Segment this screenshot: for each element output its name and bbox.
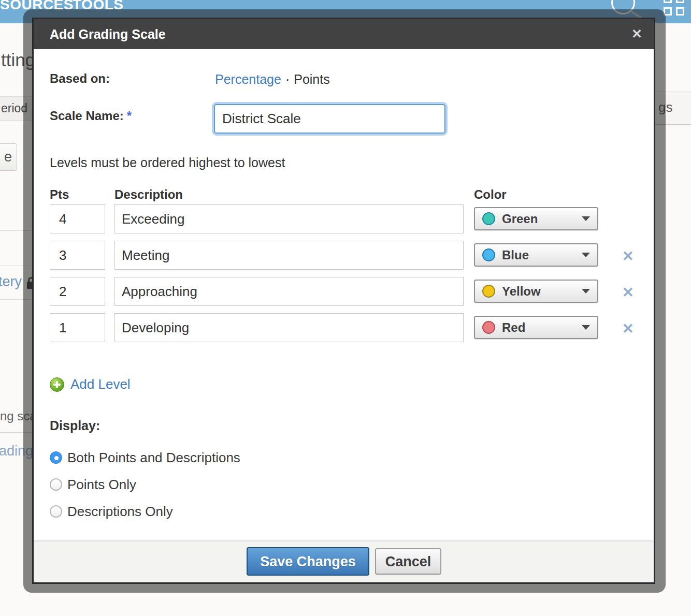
radio-unselected-icon[interactable] xyxy=(50,478,62,491)
based-on-percentage-link[interactable]: Percentage xyxy=(215,72,281,86)
description-input[interactable] xyxy=(114,204,464,233)
color-swatch-green xyxy=(482,212,495,225)
color-dropdown-value: Red xyxy=(502,320,575,335)
add-plus-icon xyxy=(50,377,64,392)
dialog-footer: Save Changes Cancel xyxy=(34,540,654,582)
chevron-down-icon xyxy=(582,253,590,257)
color-dropdown-value: Blue xyxy=(502,248,575,262)
add-level-label: Add Level xyxy=(70,376,131,392)
color-dropdown[interactable]: Red xyxy=(474,316,598,339)
radio-unselected-icon[interactable] xyxy=(50,505,62,518)
radio-points-only[interactable]: Points Only xyxy=(50,475,136,494)
chevron-down-icon xyxy=(582,289,590,294)
apps-grid-icon[interactable] xyxy=(664,0,684,16)
color-dropdown-value: Green xyxy=(502,212,575,226)
remove-level-icon[interactable]: ✕ xyxy=(622,284,634,301)
radio-both-points-descriptions[interactable]: Both Points and Descriptions xyxy=(50,448,240,467)
mastery-link-fragment[interactable]: tery xyxy=(0,274,22,290)
color-dropdown[interactable]: Green xyxy=(474,207,598,230)
radio-label: Both Points and Descriptions xyxy=(67,450,240,466)
scale-name-label: Scale Name:* xyxy=(50,109,132,123)
color-header: Color xyxy=(474,187,507,202)
chevron-down-icon xyxy=(582,216,590,221)
required-asterisk: * xyxy=(127,109,132,123)
add-level-button[interactable]: Add Level xyxy=(50,376,131,392)
dialog-title: Add Grading Scale xyxy=(50,19,166,49)
color-dropdown[interactable]: Blue xyxy=(474,243,598,267)
scale-name-input[interactable] xyxy=(214,104,445,134)
save-changes-button[interactable]: Save Changes xyxy=(247,547,369,576)
pts-input[interactable] xyxy=(50,313,105,342)
radio-selected-icon[interactable] xyxy=(50,451,62,464)
color-swatch-red xyxy=(482,321,495,334)
background-button-fragment[interactable]: e xyxy=(0,143,17,171)
close-icon[interactable]: ✕ xyxy=(628,19,645,49)
radio-label: Points Only xyxy=(67,477,136,493)
dialog-titlebar: Add Grading Scale ✕ xyxy=(34,19,654,49)
radio-descriptions-only[interactable]: Descriptions Only xyxy=(50,502,173,521)
remove-level-icon[interactable]: ✕ xyxy=(622,320,634,337)
remove-level-icon[interactable]: ✕ xyxy=(622,248,634,265)
chevron-down-icon xyxy=(582,325,590,330)
based-on-options: Percentage·Points xyxy=(215,72,330,87)
cancel-button[interactable]: Cancel xyxy=(375,548,441,575)
pts-header: Pts xyxy=(50,187,69,202)
separator-dot: · xyxy=(285,72,290,86)
description-header: Description xyxy=(114,187,183,202)
color-swatch-yellow xyxy=(482,285,495,298)
scale-name-label-text: Scale Name: xyxy=(50,109,124,123)
description-input[interactable] xyxy=(114,313,464,342)
description-input[interactable] xyxy=(114,241,464,270)
pts-input[interactable] xyxy=(50,241,105,270)
add-grading-scale-dialog: Add Grading Scale ✕ Based on: Percentage… xyxy=(32,18,655,584)
color-dropdown-value: Yellow xyxy=(502,284,575,299)
description-input[interactable] xyxy=(114,277,464,306)
radio-label: Descriptions Only xyxy=(67,504,173,520)
color-swatch-blue xyxy=(482,248,495,261)
pts-input[interactable] xyxy=(50,277,105,306)
color-dropdown[interactable]: Yellow xyxy=(474,280,598,303)
levels-order-note: Levels must be ordered highest to lowest xyxy=(50,155,285,170)
pts-input[interactable] xyxy=(50,204,105,233)
based-on-points-option[interactable]: Points xyxy=(294,72,329,86)
based-on-label: Based on: xyxy=(50,71,110,86)
display-label: Display: xyxy=(50,418,100,433)
